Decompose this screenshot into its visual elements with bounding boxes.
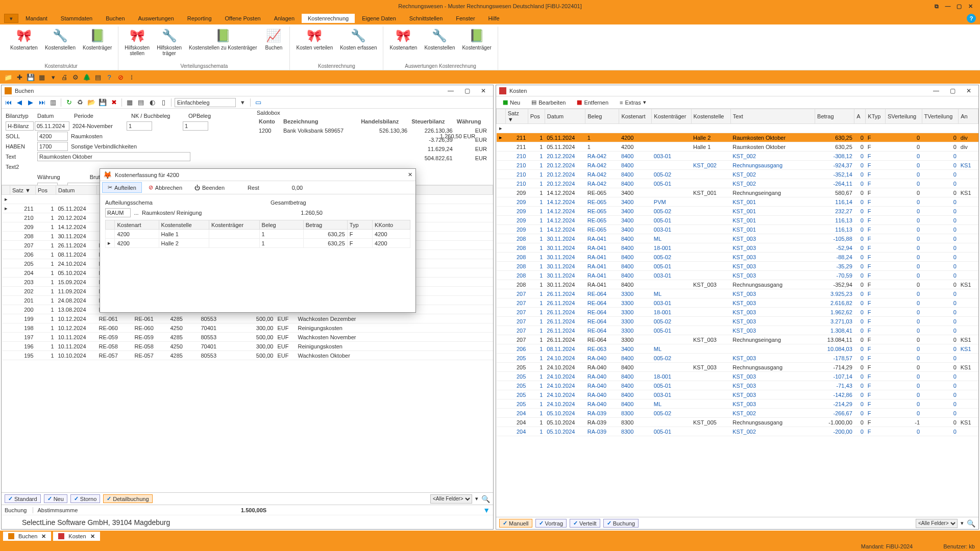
table-row[interactable]: 209114.12.2024RE-0653400003-01KST_001116… (497, 225, 978, 234)
ribbon-kostentrger[interactable]: 📗Kostenträger (459, 27, 494, 52)
table-row[interactable]: 199110.12.2024RE-061RE-061428580553500,0… (2, 314, 493, 323)
nk-input[interactable]: 1 (127, 121, 152, 131)
kosten-search-icon[interactable]: 🔍 (967, 519, 975, 528)
tab-buchen[interactable]: Buchen✕ (3, 532, 51, 541)
soll-konto-input[interactable]: 4200 (37, 132, 68, 141)
beleg-type-input[interactable] (175, 98, 236, 107)
dd3-icon[interactable]: ▾ (961, 520, 964, 527)
neu-button[interactable]: ▦Neu (498, 97, 525, 107)
aufteilung-grid[interactable]: KostenartKostenstelleKostenträgerBelegBe… (105, 220, 410, 248)
chk-verteilt[interactable]: ✓Verteilt (570, 519, 600, 528)
tab-kosten[interactable]: Kosten✕ (53, 532, 100, 541)
ribbon-kostenarten[interactable]: 🎀Kostenarten (386, 27, 420, 52)
table-row[interactable]: 205124.10.2024RA-040840018-001KST_003-10… (497, 372, 978, 381)
filter-select[interactable]: <Alle Felder> (430, 494, 472, 504)
minimize-icon[interactable]: — (942, 2, 953, 11)
recycle-icon[interactable]: ♻ (76, 98, 85, 107)
ribbon-kostenarten[interactable]: 🎀Kostenarten (7, 27, 41, 52)
restore-icon[interactable]: ⧉ (931, 2, 942, 11)
table-row[interactable]: 204105.10.2024RA-0398300KST_005Rechnungs… (497, 418, 978, 427)
table-row[interactable]: 210120.12.2024RA-0428400005-02KST_002-35… (497, 170, 978, 179)
pane-min-icon[interactable]: — (444, 86, 457, 95)
menu-stammdaten[interactable]: Stammdaten (55, 14, 99, 23)
table-row[interactable]: 198110.12.2024RE-060RE-060425070401300,0… (2, 323, 493, 333)
menu-offene posten[interactable]: Offene Posten (219, 14, 267, 23)
chk-manuell[interactable]: ✓Manuell (499, 519, 532, 528)
kosten-grid[interactable]: Satz ▼PosDatumBelegKostenartKostenträger… (496, 109, 978, 517)
folder-icon[interactable]: 📁 (4, 73, 12, 81)
more-icon[interactable]: ⁞ (128, 73, 136, 81)
aufteilen-button[interactable]: ✂Aufteilen (102, 182, 142, 193)
table-row[interactable]: 211105.11.202414200Halle 1Raumkosten Okt… (497, 142, 978, 152)
table-row[interactable]: 210120.12.2024RA-0428400003-01KST_002-30… (497, 152, 978, 161)
ribbon-kostenstellen[interactable]: 🔧Kostenstellen (421, 27, 458, 52)
table-row[interactable]: 209114.12.2024RE-0653400PVMKST_001116,14… (497, 197, 978, 207)
grid2-icon[interactable]: ▤ (136, 98, 145, 107)
menu-kostenrechnung[interactable]: Kostenrechnung (302, 14, 355, 23)
refresh-icon[interactable]: ↻ (64, 98, 74, 107)
ribbon-kostenstellenzukostentrger[interactable]: 📗Kostenstellen zu Kostenträger (186, 27, 260, 57)
info-icon[interactable]: ? (105, 73, 113, 81)
bearbeiten-button[interactable]: ▤Bearbeiten (527, 97, 570, 107)
page-icon[interactable]: ▥ (48, 98, 58, 107)
kosten-filter-select[interactable]: <Alle Felder> (916, 519, 958, 528)
dd2-icon[interactable]: ▾ (475, 495, 478, 502)
table-row[interactable]: 210120.12.2024RA-0428400005-01KST_002-26… (497, 179, 978, 188)
menu-buchen[interactable]: Buchen (100, 14, 131, 23)
table-row[interactable]: 208130.11.2024RA-0418400KST_003Rechnungs… (497, 280, 978, 289)
datum-input[interactable]: 05.11.2024 (35, 121, 69, 131)
save-icon[interactable]: 💾 (27, 73, 35, 81)
menu-reporting[interactable]: Reporting (181, 14, 218, 23)
table-row[interactable]: 208130.11.2024RA-0418400003-01KST_003-70… (497, 271, 978, 280)
tab-close-icon[interactable]: ✕ (41, 533, 46, 540)
ribbon-hilfskostentrger[interactable]: 🔧Hilfskostenträger (154, 27, 185, 57)
table-row[interactable]: ▸211105.11.202414200Halle 2Raumkosten Ok… (497, 133, 978, 142)
delete-icon[interactable]: ✖ (109, 98, 118, 107)
table-row[interactable]: 205124.10.2024RA-0408400005-01KST_003-71… (497, 381, 978, 390)
save2-icon[interactable]: 💾 (98, 98, 107, 107)
open-icon[interactable]: 📂 (87, 98, 96, 107)
table-row[interactable]: 205124.10.2024RA-0408400KST_003Rechnungs… (497, 363, 978, 372)
doc-icon[interactable]: ▯ (159, 98, 168, 107)
dialog-close-icon[interactable]: ✕ (408, 171, 412, 178)
table-row[interactable]: 207126.11.2024RE-064330018-001KST_0031.9… (497, 308, 978, 317)
text-input[interactable]: Raumkosten Oktober (37, 152, 190, 161)
maximize-icon[interactable]: ▢ (953, 2, 965, 11)
gear-icon[interactable]: ⚙ (71, 73, 80, 81)
table-row[interactable]: 209114.12.2024RE-0653400005-01KST_001116… (497, 216, 978, 225)
ribbon-kostentrger[interactable]: 📗Kostenträger (80, 27, 115, 52)
menu-fenster[interactable]: Fenster (450, 14, 481, 23)
table-row[interactable]: 207126.11.2024RE-0643300005-01KST_0031.3… (497, 326, 978, 335)
ribbon-kostenerfassen[interactable]: 🔧Kosten erfassen (337, 27, 380, 52)
chk-detail[interactable]: ✓Detailbuchung (103, 494, 152, 503)
app-menu-icon[interactable]: ▾ (4, 14, 18, 23)
table-row[interactable]: 208130.11.2024RA-0418400MLKST_003-105,88… (497, 234, 978, 243)
ribbon-kostenverteilen[interactable]: 🎀Kosten verteilen (293, 27, 336, 52)
ribbon-hilfskostenstellen[interactable]: 🎀Hilfskostenstellen (121, 27, 153, 57)
filter-icon[interactable]: ▼ (483, 506, 490, 514)
tree-icon[interactable]: 🌲 (83, 73, 91, 81)
table-row[interactable]: 210120.12.2024RA-0428400KST_002Rechnungs… (497, 161, 978, 170)
schema-input[interactable]: RAUM (105, 208, 131, 217)
pane-close-icon[interactable]: ✕ (477, 86, 490, 95)
schema-lookup-icon[interactable]: ... (132, 210, 141, 216)
chk-neu[interactable]: ✓Neu (44, 494, 67, 503)
card-icon[interactable]: ▭ (254, 98, 263, 107)
pane-min-icon[interactable]: — (929, 86, 943, 95)
table-row[interactable]: 207126.11.2024RE-0643300005-02KST_0033.2… (497, 317, 978, 326)
chk-buchung[interactable]: ✓Buchung (603, 519, 639, 528)
table-row[interactable]: 208130.11.2024RA-041840018-001KST_003-52… (497, 243, 978, 253)
op-input[interactable]: 1 (183, 121, 208, 131)
next-icon[interactable]: ▶ (26, 98, 35, 107)
extras-button[interactable]: ≡Extras▾ (615, 97, 651, 107)
bilanztyp-input[interactable]: H-Bilanz (6, 121, 34, 131)
down-icon[interactable]: ▾ (49, 73, 57, 81)
grid1-icon[interactable]: ▦ (125, 98, 134, 107)
prev-icon[interactable]: ◀ (15, 98, 24, 107)
ribbon-buchen[interactable]: 📈Buchen (261, 27, 286, 57)
first-icon[interactable]: ⏮ (4, 98, 13, 107)
chk-vortrag[interactable]: ✓Vortrag (535, 519, 567, 528)
table-row[interactable]: 209114.12.2024RE-0653400KST_001Rechnungs… (497, 188, 978, 197)
table-row[interactable]: 205124.10.2024RA-0408400003-01KST_003-14… (497, 390, 978, 399)
tab-close-icon[interactable]: ✕ (90, 533, 95, 540)
